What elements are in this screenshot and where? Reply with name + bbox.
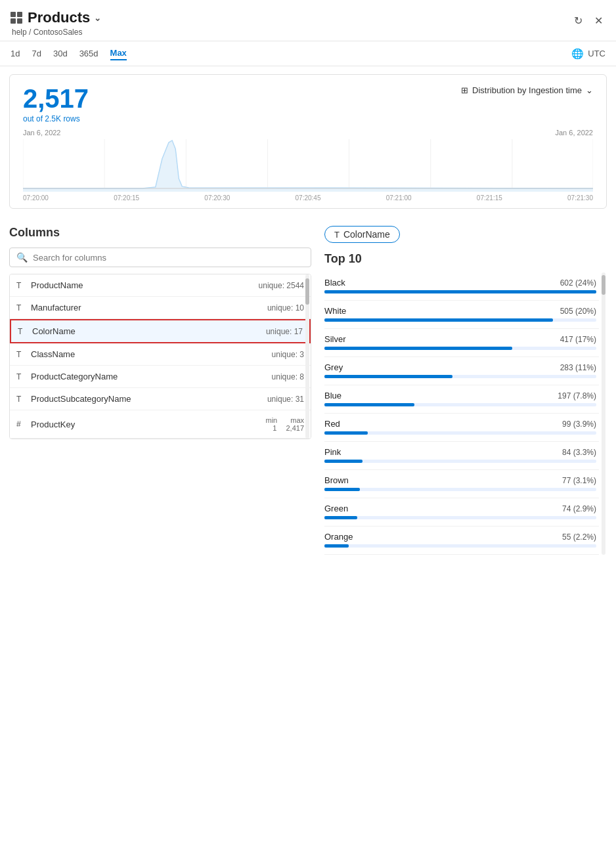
type-icon-t: T bbox=[16, 281, 26, 290]
bar-blue bbox=[324, 403, 596, 406]
column-list: T ProductName unique: 2544 T Manufacture… bbox=[9, 274, 311, 439]
top10-row-brown: Brown 77 (3.1%) bbox=[324, 470, 599, 498]
bar-black bbox=[324, 290, 596, 293]
top10-row-orange: Orange 55 (2.2%) bbox=[324, 527, 599, 555]
time-filter-max[interactable]: Max bbox=[110, 47, 127, 60]
type-icon-t: T bbox=[16, 303, 26, 313]
bar-fill-silver bbox=[324, 347, 512, 350]
dist-label: Distribution by Ingestion time bbox=[472, 85, 582, 95]
top10-row-grey: Grey 283 (11%) bbox=[324, 357, 599, 385]
column-row-productkey[interactable]: # ProductKey min max 1 2,417 bbox=[10, 410, 311, 439]
time-filter-1d[interactable]: 1d bbox=[11, 47, 20, 60]
globe-icon: 🌐 bbox=[571, 48, 584, 60]
bar-silver bbox=[324, 347, 596, 350]
search-input[interactable] bbox=[33, 253, 304, 263]
x-label-1: 07:20:15 bbox=[114, 194, 139, 202]
row-count: 2,517 bbox=[23, 85, 89, 112]
top10-label-blue: Blue bbox=[324, 391, 341, 400]
time-filter-7d[interactable]: 7d bbox=[32, 47, 41, 60]
x-label-6: 07:21:30 bbox=[567, 194, 593, 202]
bar-fill-blue bbox=[324, 403, 414, 406]
bar-orange bbox=[324, 544, 596, 548]
type-icon-t: T bbox=[16, 372, 26, 381]
title-row: Products ⌄ bbox=[11, 9, 101, 26]
top10-row-black: Black 602 (24%) bbox=[324, 272, 599, 301]
top10-value-orange: 55 (2.2%) bbox=[562, 532, 596, 542]
chart-dates: Jan 6, 2022 Jan 6, 2022 bbox=[23, 129, 593, 137]
bar-white bbox=[324, 318, 596, 322]
column-row-productcategoryname[interactable]: T ProductCategoryName unique: 8 bbox=[10, 366, 311, 388]
max-value: 2,417 bbox=[286, 424, 304, 432]
top10-value-green: 74 (2.9%) bbox=[562, 504, 596, 513]
top10-row-green: Green 74 (2.9%) bbox=[324, 498, 599, 527]
column-row-classname[interactable]: T ClassName unique: 3 bbox=[10, 343, 311, 366]
chart-section: 2,517 out of 2.5K rows ⊞ Distribution by… bbox=[9, 74, 607, 209]
badge-type-icon: T bbox=[334, 230, 340, 240]
type-icon-t: T bbox=[16, 350, 26, 359]
top10-label-red: Red bbox=[324, 419, 340, 429]
x-label-2: 07:20:30 bbox=[204, 194, 230, 202]
scroll-thumb bbox=[305, 278, 309, 305]
column-name-productcategoryname: ProductCategoryName bbox=[31, 372, 272, 381]
top10-value-blue: 197 (7.8%) bbox=[558, 391, 596, 400]
top10-title: Top 10 bbox=[324, 252, 607, 266]
top10-row-pink: Pink 84 (3.3%) bbox=[324, 442, 599, 470]
time-filter-30d[interactable]: 30d bbox=[53, 47, 68, 60]
bar-fill-pink bbox=[324, 460, 363, 463]
row-subtitle: out of 2.5K rows bbox=[23, 114, 89, 123]
page-title: Products bbox=[28, 9, 90, 26]
detail-scroll-thumb bbox=[602, 275, 605, 295]
column-name-productsubcategoryname: ProductSubcategoryName bbox=[31, 394, 267, 404]
column-stats-productsubcategoryname: unique: 31 bbox=[267, 395, 304, 404]
chart-header: 2,517 out of 2.5K rows ⊞ Distribution by… bbox=[23, 85, 593, 123]
dist-chevron-icon: ⌄ bbox=[586, 85, 593, 95]
column-stats-productname: unique: 2544 bbox=[259, 281, 304, 290]
scroll-indicator[interactable] bbox=[305, 274, 309, 439]
column-stats-productkey: min max 1 2,417 bbox=[265, 416, 304, 432]
top10-row-silver: Silver 417 (17%) bbox=[324, 329, 599, 357]
bar-fill-black bbox=[324, 290, 596, 293]
column-row-colorname[interactable]: T ColorName unique: 17 bbox=[10, 319, 311, 343]
column-stats-colorname: unique: 17 bbox=[266, 327, 303, 336]
bar-red bbox=[324, 431, 596, 435]
bar-pink bbox=[324, 460, 596, 463]
chart-area bbox=[23, 139, 593, 192]
refresh-button[interactable]: ↻ bbox=[571, 12, 585, 30]
top10-label-brown: Brown bbox=[324, 475, 349, 485]
column-stats-classname: unique: 3 bbox=[272, 350, 304, 359]
x-label-0: 07:20:00 bbox=[23, 194, 49, 202]
top10-label-orange: Orange bbox=[324, 532, 353, 542]
column-stats-manufacturer: unique: 10 bbox=[267, 303, 304, 313]
chart-count-area: 2,517 out of 2.5K rows bbox=[23, 85, 89, 123]
search-icon: 🔍 bbox=[16, 252, 28, 263]
bar-grey bbox=[324, 375, 596, 378]
column-name-classname: ClassName bbox=[31, 349, 272, 359]
column-name-manufacturer: Manufacturer bbox=[31, 303, 267, 313]
column-row-manufacturer[interactable]: T Manufacturer unique: 10 bbox=[10, 297, 311, 319]
detail-scroll-indicator[interactable] bbox=[602, 272, 605, 555]
badge-column-name: ColorName bbox=[343, 229, 390, 240]
column-name-productkey: ProductKey bbox=[31, 420, 265, 429]
close-button[interactable]: ✕ bbox=[592, 12, 605, 30]
top10-value-white: 505 (20%) bbox=[560, 307, 596, 316]
columns-title: Columns bbox=[9, 226, 311, 240]
column-row-productname[interactable]: T ProductName unique: 2544 bbox=[10, 274, 311, 297]
chart-date-right: Jan 6, 2022 bbox=[556, 129, 594, 137]
x-label-3: 07:20:45 bbox=[296, 194, 321, 202]
top10-list: Black 602 (24%) White 505 (20%) bbox=[324, 272, 607, 555]
bar-brown bbox=[324, 488, 596, 491]
columns-panel: Columns 🔍 T ProductName unique: 2544 T M… bbox=[9, 226, 311, 439]
title-chevron-icon[interactable]: ⌄ bbox=[94, 13, 101, 23]
time-filter-365d[interactable]: 365d bbox=[79, 47, 99, 60]
search-box: 🔍 bbox=[9, 248, 311, 267]
bar-fill-red bbox=[324, 431, 368, 435]
dist-icon: ⊞ bbox=[461, 85, 468, 95]
column-name-productname: ProductName bbox=[31, 280, 259, 290]
distribution-button[interactable]: ⊞ Distribution by Ingestion time ⌄ bbox=[461, 85, 593, 95]
column-row-productsubcategoryname[interactable]: T ProductSubcategoryName unique: 31 bbox=[10, 388, 311, 410]
top10-label-white: White bbox=[324, 306, 346, 316]
x-label-4: 07:21:00 bbox=[386, 194, 412, 202]
type-icon-t: T bbox=[18, 327, 27, 336]
type-icon-hash: # bbox=[16, 420, 26, 429]
bar-fill-grey bbox=[324, 375, 452, 378]
